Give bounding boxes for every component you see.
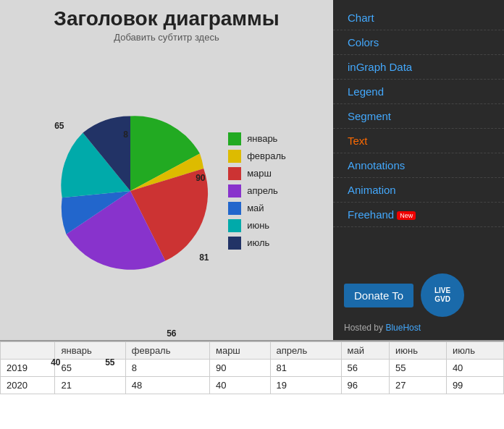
legend-label: апрель: [247, 185, 278, 196]
sidebar-item-label: Colors: [348, 36, 379, 48]
sidebar-bottom: Donate To LIVEGVD Hosted by BlueHost: [333, 266, 504, 340]
table-row: 20196589081565540: [1, 360, 504, 377]
legend-item: апрель: [228, 184, 286, 197]
legend-label: июнь: [247, 220, 269, 231]
sidebar-item-label: Legend: [348, 85, 384, 98]
data-table-area: январьфевральмаршапрельмайиюньиюль 20196…: [0, 340, 504, 429]
sidebar-item-annotations[interactable]: Annotations: [333, 153, 504, 178]
table-cell: 40: [446, 360, 503, 377]
livegvd-logo: LIVEGVD: [421, 273, 464, 317]
legend-label: июль: [247, 237, 269, 248]
table-cell: 40: [209, 377, 270, 394]
pie-label-40: 40: [51, 357, 60, 368]
legend-color-box: [228, 167, 241, 180]
sidebar-item-segment[interactable]: Segment: [333, 104, 504, 129]
table-header: май: [341, 342, 389, 360]
pie-label-81: 81: [199, 252, 209, 263]
table-header: февраль: [125, 342, 209, 360]
legend-color-box: [228, 150, 241, 163]
table-cell: 81: [270, 360, 341, 377]
table-head: январьфевральмаршапрельмайиюньиюль: [1, 342, 504, 360]
sidebar-item-label: Animation: [348, 184, 396, 196]
table-header: [1, 342, 55, 360]
legend-color-box: [228, 184, 241, 197]
sidebar-item-animation[interactable]: Animation: [333, 178, 504, 203]
sidebar-item-label: inGraph Data: [348, 61, 412, 73]
table-cell: 56: [341, 360, 389, 377]
data-table: январьфевральмаршапрельмайиюньиюль 20196…: [0, 341, 504, 394]
sidebar-item-colors[interactable]: Colors: [333, 30, 504, 55]
table-header: июль: [446, 342, 503, 360]
legend-item: январь: [228, 132, 286, 145]
pie-svg: [47, 108, 214, 274]
chart-subtitle: Добавить субтитр здесь: [114, 32, 219, 43]
hosted-by: Hosted by BlueHost: [344, 323, 493, 333]
table-header: апрель: [270, 342, 341, 360]
pie-label-55: 55: [105, 357, 114, 368]
legend-color-box: [228, 132, 241, 145]
table-cell: 99: [446, 377, 503, 394]
pie-chart: 65 8 90 81 56 55 40: [47, 108, 214, 274]
sidebar-item-text[interactable]: Text: [333, 129, 504, 153]
sidebar-item-freehand[interactable]: FreehandNew: [333, 203, 504, 227]
chart-title: Заголовок диаграммы: [54, 7, 279, 30]
table-cell: 8: [125, 360, 209, 377]
sidebar-item-label: Annotations: [348, 159, 405, 171]
table-cell: 55: [390, 360, 447, 377]
table-row: 202021484019962799: [1, 377, 504, 394]
new-badge: New: [397, 211, 416, 220]
legend-item: май: [228, 202, 286, 215]
pie-label-65: 65: [54, 121, 64, 131]
donate-button[interactable]: Donate To: [344, 284, 413, 307]
legend-label: февраль: [247, 150, 286, 161]
table-cell: 48: [125, 377, 209, 394]
table-header: марш: [209, 342, 270, 360]
chart-area: Заголовок диаграммы Добавить субтитр зде…: [0, 0, 333, 340]
sidebar-item-legend[interactable]: Legend: [333, 80, 504, 104]
table-cell: 96: [341, 377, 389, 394]
legend-color-box: [228, 219, 241, 232]
pie-label-8: 8: [123, 129, 128, 140]
legend-label: май: [247, 203, 264, 213]
legend-item: марш: [228, 167, 286, 180]
table-cell: 21: [55, 377, 125, 394]
table-header: январь: [55, 342, 125, 360]
logo-text: LIVEGVD: [434, 286, 450, 304]
table-body: 20196589081565540202021484019962799: [1, 360, 504, 394]
legend-item: июнь: [228, 219, 286, 232]
bluehost-link[interactable]: BlueHost: [385, 323, 421, 333]
legend-item: июль: [228, 237, 286, 250]
legend-item: февраль: [228, 150, 286, 163]
table-cell: 19: [270, 377, 341, 394]
hosted-label: Hosted by: [344, 323, 383, 333]
legend: январь февраль марш апрель май июнь июль: [214, 132, 286, 250]
sidebar-item-label: Freehand: [348, 208, 394, 221]
donate-row: Donate To LIVEGVD: [344, 273, 493, 317]
sidebar-menu: ChartColorsinGraph DataLegendSegmentText…: [333, 0, 504, 266]
legend-label: марш: [247, 168, 272, 179]
pie-label-90: 90: [196, 173, 205, 183]
sidebar-item-label: Chart: [348, 12, 374, 24]
legend-label: январь: [247, 133, 277, 144]
pie-label-56: 56: [167, 328, 176, 339]
table-header: июнь: [390, 342, 447, 360]
table-cell: 90: [209, 360, 270, 377]
table-cell-year: 2019: [1, 360, 55, 377]
sidebar: ChartColorsinGraph DataLegendSegmentText…: [333, 0, 504, 340]
sidebar-item-label: Text: [348, 135, 368, 147]
table-cell-year: 2020: [1, 377, 55, 394]
legend-color-box: [228, 202, 241, 215]
sidebar-item-ingraph-data[interactable]: inGraph Data: [333, 55, 504, 80]
legend-color-box: [228, 237, 241, 250]
table-cell: 27: [390, 377, 447, 394]
chart-content: 65 8 90 81 56 55 40: [7, 48, 326, 333]
sidebar-item-chart[interactable]: Chart: [333, 6, 504, 30]
sidebar-item-label: Segment: [348, 110, 391, 122]
